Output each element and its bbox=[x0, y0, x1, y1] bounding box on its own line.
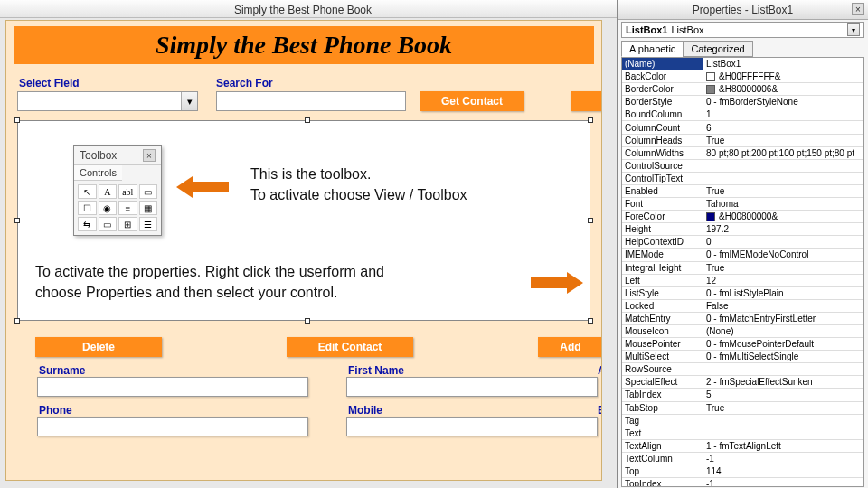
property-row[interactable]: ListStyle0 - fmListStylePlain bbox=[622, 287, 863, 300]
property-row[interactable]: TextColumn-1 bbox=[622, 453, 863, 465]
property-value[interactable]: 0 - fmIMEModeNoControl bbox=[703, 249, 863, 260]
property-row[interactable]: FontTahoma bbox=[622, 198, 863, 211]
property-value[interactable]: 0 - fmMultiSelectSingle bbox=[703, 351, 863, 362]
property-row[interactable]: HelpContextID0 bbox=[622, 236, 863, 249]
toolbox-tool[interactable]: ↖ bbox=[78, 184, 97, 199]
property-row[interactable]: BackColor&H00FFFFFF& bbox=[622, 70, 863, 83]
add-button[interactable]: Add bbox=[538, 337, 602, 357]
property-row[interactable]: (Name)ListBox1 bbox=[622, 58, 863, 70]
toolbox-tool[interactable]: ▭ bbox=[139, 184, 158, 199]
property-value[interactable] bbox=[703, 173, 863, 184]
property-row[interactable]: TopIndex-1 bbox=[622, 478, 863, 487]
property-row[interactable]: BoundColumn1 bbox=[622, 108, 863, 121]
property-value[interactable]: False bbox=[703, 300, 863, 312]
toolbox-panel[interactable]: Toolbox × Controls ↖Aabl▭☐◉≡▦⇆▭⊞☰ bbox=[73, 145, 162, 236]
resize-handle[interactable] bbox=[588, 117, 593, 123]
phone-input[interactable] bbox=[37, 417, 308, 436]
property-row[interactable]: IMEMode0 - fmIMEModeNoControl bbox=[622, 249, 863, 261]
resize-handle[interactable] bbox=[588, 318, 593, 324]
property-row[interactable]: BorderColor&H80000006& bbox=[622, 83, 863, 96]
property-value[interactable]: True bbox=[703, 135, 863, 146]
property-value[interactable] bbox=[703, 415, 863, 427]
edit-contact-button[interactable]: Edit Contact bbox=[287, 337, 413, 357]
property-value[interactable]: 114 bbox=[703, 465, 863, 477]
property-value[interactable]: &H80000006& bbox=[703, 83, 863, 95]
property-row[interactable]: MultiSelect0 - fmMultiSelectSingle bbox=[622, 351, 863, 363]
tab-categorized[interactable]: Categorized bbox=[683, 41, 752, 57]
delete-button[interactable]: Delete bbox=[35, 337, 162, 357]
property-value[interactable]: ListBox1 bbox=[703, 58, 863, 70]
property-value[interactable]: 0 - fmMousePointerDefault bbox=[703, 338, 863, 350]
property-row[interactable]: Left12 bbox=[622, 275, 863, 287]
property-value[interactable]: 12 bbox=[703, 275, 863, 286]
property-row[interactable]: BorderStyle0 - fmBorderStyleNone bbox=[622, 96, 863, 108]
resize-handle[interactable] bbox=[305, 117, 310, 123]
property-row[interactable]: MouseIcon(None) bbox=[622, 325, 863, 338]
property-row[interactable]: EnabledTrue bbox=[622, 185, 863, 198]
property-row[interactable]: Tag bbox=[622, 415, 863, 427]
toolbox-tool[interactable]: abl bbox=[118, 184, 137, 199]
property-row[interactable]: TabIndex5 bbox=[622, 389, 863, 401]
property-value[interactable]: Tahoma bbox=[703, 198, 863, 210]
toolbox-tool[interactable]: ▦ bbox=[139, 201, 158, 215]
toolbox-tool[interactable]: ⊞ bbox=[118, 217, 137, 231]
property-value[interactable]: 2 - fmSpecialEffectSunken bbox=[703, 376, 863, 388]
property-row[interactable]: TabStopTrue bbox=[622, 402, 863, 415]
property-value[interactable] bbox=[703, 160, 863, 172]
property-value[interactable]: 5 bbox=[703, 389, 863, 400]
chevron-down-icon[interactable]: ▾ bbox=[847, 23, 860, 36]
resize-handle[interactable] bbox=[14, 318, 20, 324]
toolbox-tool[interactable]: ≡ bbox=[118, 201, 137, 215]
property-value[interactable]: True bbox=[703, 262, 863, 274]
tab-alphabetic[interactable]: Alphabetic bbox=[621, 41, 684, 57]
toolbox-tool[interactable]: A bbox=[99, 184, 118, 199]
property-value[interactable]: True bbox=[703, 402, 863, 414]
property-row[interactable]: ColumnHeadsTrue bbox=[622, 135, 863, 147]
properties-object-selector[interactable]: ListBox1 ListBox ▾ bbox=[621, 22, 864, 38]
toolbox-tool[interactable]: ▭ bbox=[99, 217, 118, 231]
property-value[interactable]: &H00FFFFFF& bbox=[703, 70, 863, 82]
property-row[interactable]: LockedFalse bbox=[622, 300, 863, 313]
resize-handle[interactable] bbox=[14, 218, 20, 223]
partial-button[interactable] bbox=[571, 91, 602, 111]
properties-grid[interactable]: (Name)ListBox1BackColor&H00FFFFFF&Border… bbox=[621, 57, 864, 487]
property-row[interactable]: ForeColor&H00800000& bbox=[622, 211, 863, 223]
property-value[interactable]: -1 bbox=[703, 453, 863, 465]
property-row[interactable]: Top114 bbox=[622, 465, 863, 478]
properties-title[interactable]: Properties - ListBox1 × bbox=[618, 0, 868, 20]
mobile-input[interactable] bbox=[346, 417, 598, 436]
property-value[interactable]: 0 bbox=[703, 236, 863, 248]
property-row[interactable]: SpecialEffect2 - fmSpecialEffectSunken bbox=[622, 376, 863, 389]
property-row[interactable]: Text bbox=[622, 427, 863, 440]
property-value[interactable]: 1 - fmTextAlignLeft bbox=[703, 440, 863, 452]
toolbox-tool[interactable]: ☰ bbox=[139, 217, 158, 231]
property-value[interactable]: 80 pt;80 pt;200 pt;100 pt;150 pt;80 pt bbox=[703, 147, 863, 159]
resize-handle[interactable] bbox=[588, 218, 593, 223]
property-value[interactable]: 1 bbox=[703, 108, 863, 120]
toolbox-title[interactable]: Toolbox × bbox=[74, 146, 161, 165]
property-value[interactable] bbox=[703, 363, 863, 375]
properties-close-icon[interactable]: × bbox=[852, 3, 864, 15]
surname-input[interactable] bbox=[37, 377, 308, 397]
resize-handle[interactable] bbox=[14, 117, 20, 123]
get-contact-button[interactable]: Get Contact bbox=[420, 91, 524, 111]
first-name-input[interactable] bbox=[346, 377, 598, 397]
property-row[interactable]: ColumnWidths80 pt;80 pt;200 pt;100 pt;15… bbox=[622, 147, 863, 160]
property-value[interactable]: &H00800000& bbox=[703, 211, 863, 222]
search-input[interactable] bbox=[216, 91, 406, 111]
toolbox-tool[interactable]: ◉ bbox=[99, 201, 118, 215]
property-row[interactable]: Height197.2 bbox=[622, 223, 863, 236]
property-row[interactable]: MousePointer0 - fmMousePointerDefault bbox=[622, 338, 863, 351]
property-row[interactable]: ControlSource bbox=[622, 160, 863, 173]
toolbox-tool[interactable]: ⇆ bbox=[78, 217, 97, 231]
toolbox-close-icon[interactable]: × bbox=[143, 149, 156, 162]
property-value[interactable]: True bbox=[703, 185, 863, 197]
property-row[interactable]: IntegralHeightTrue bbox=[622, 262, 863, 275]
property-row[interactable]: ColumnCount6 bbox=[622, 121, 863, 134]
property-value[interactable]: 6 bbox=[703, 121, 863, 133]
property-value[interactable]: 0 - fmListStylePlain bbox=[703, 287, 863, 299]
property-value[interactable]: 197.2 bbox=[703, 223, 863, 235]
property-value[interactable] bbox=[703, 427, 863, 439]
chevron-down-icon[interactable]: ▾ bbox=[181, 92, 197, 110]
property-value[interactable]: -1 bbox=[703, 478, 863, 487]
